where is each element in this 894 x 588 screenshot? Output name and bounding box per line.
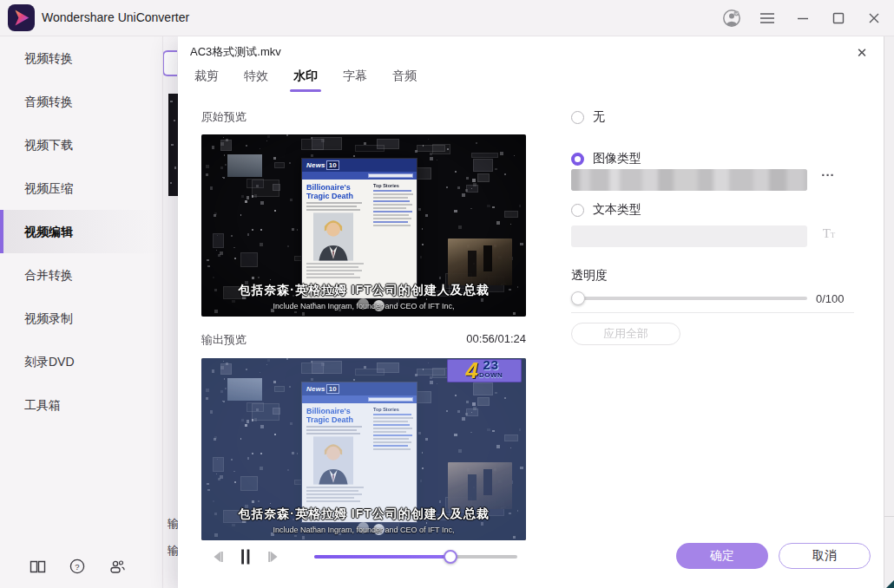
- sidebar-item[interactable]: 视频转换: [0, 36, 162, 80]
- dialog-tab[interactable]: 音频: [392, 66, 417, 92]
- radio-text[interactable]: [571, 204, 584, 217]
- sidebar-item[interactable]: 视频录制: [0, 297, 162, 340]
- original-preview-frame: News10 Billionaire's Tragic Death: [201, 134, 526, 317]
- minimize-icon[interactable]: [792, 7, 814, 29]
- help-icon[interactable]: ?: [69, 559, 85, 574]
- watermark-image-option[interactable]: 图像类型: [571, 151, 641, 167]
- guide-book-icon[interactable]: [30, 559, 46, 574]
- output-preview-label: 输出预览: [201, 332, 247, 348]
- watermark-none-option[interactable]: 无: [571, 109, 605, 125]
- dialog-tabs: 裁剪 特效 水印 字幕 音频: [194, 66, 417, 92]
- account-avatar-icon[interactable]: [720, 7, 743, 29]
- opacity-value: 0/100: [816, 292, 845, 305]
- dialog-tab[interactable]: 特效: [244, 66, 268, 92]
- progress-fill: [314, 555, 450, 559]
- radio-none[interactable]: [571, 111, 584, 124]
- output-preview-frame: News10 Billionaire's Tragic Death: [201, 358, 526, 540]
- sidebar-item[interactable]: 音频转换: [0, 80, 162, 123]
- sidebar-item[interactable]: 视频压缩: [0, 167, 162, 210]
- subtitle-en: Include Nathan Ingram, founder and CEO o…: [201, 526, 526, 534]
- app-logo-icon: [8, 4, 35, 31]
- ok-button[interactable]: 确定: [676, 543, 768, 569]
- watermark-text-option[interactable]: 文本类型: [571, 202, 641, 218]
- browse-file-button[interactable]: ...: [818, 164, 838, 185]
- title-bar: Wondershare UniConverter: [0, 0, 894, 36]
- hamburger-menu-icon[interactable]: [756, 7, 779, 29]
- dialog-tab[interactable]: 裁剪: [194, 66, 219, 92]
- resize-corner: [886, 580, 894, 588]
- playback-controls: [201, 544, 526, 570]
- sidebar-item[interactable]: 工具箱: [0, 383, 162, 427]
- opacity-slider[interactable]: [571, 291, 807, 305]
- app-title: Wondershare UniConverter: [42, 10, 189, 24]
- close-icon[interactable]: [863, 7, 885, 29]
- edit-dialog: AC3格式测试.mkv ✕ 裁剪 特效 水印 字幕 音频 原始预览 输出预览 0…: [178, 36, 884, 588]
- pause-icon[interactable]: [234, 546, 257, 568]
- opacity-handle[interactable]: [571, 291, 585, 305]
- dialog-close-icon[interactable]: ✕: [852, 43, 871, 62]
- dialog-title: AC3格式测试.mkv: [190, 44, 281, 60]
- dialog-tab[interactable]: 水印: [293, 66, 318, 92]
- maximize-icon[interactable]: [827, 7, 850, 29]
- svg-text:?: ?: [75, 562, 79, 572]
- subtitle-cn: 包括奈森·英格拉姆 IFT公司的创建人及总裁: [201, 506, 526, 522]
- sidebar-item[interactable]: 视频下载: [0, 123, 162, 167]
- account-switch-icon[interactable]: [108, 559, 126, 574]
- image-watermark-overlay: 4 23 DOWN: [447, 359, 522, 382]
- cancel-button[interactable]: 取消: [779, 543, 871, 569]
- next-frame-icon[interactable]: [262, 546, 285, 568]
- sidebar-item[interactable]: 合并转换: [0, 253, 162, 297]
- progress-handle[interactable]: [444, 550, 457, 564]
- sidebar-item[interactable]: 视频编辑: [0, 210, 162, 253]
- add-files-icon: [162, 50, 177, 76]
- apply-all-button[interactable]: 应用全部: [571, 323, 680, 345]
- subtitle-en: Include Nathan Ingram, founder and CEO o…: [201, 302, 526, 310]
- sidebar: 视频转换 音频转换 视频下载 视频压缩 视频编辑 合并转换 视频录制 刻录DVD…: [0, 36, 163, 588]
- dialog-tab[interactable]: 字幕: [343, 66, 367, 92]
- original-preview-label: 原始预览: [201, 109, 247, 125]
- radio-image[interactable]: [571, 153, 584, 166]
- image-path-input[interactable]: [571, 169, 807, 191]
- app-window: Wondershare UniConverter 视频转换 音频转换: [0, 0, 894, 588]
- sidebar-item[interactable]: 刻录DVD: [0, 340, 162, 383]
- window-edge-strip: [884, 36, 894, 588]
- previous-frame-icon[interactable]: [207, 546, 229, 568]
- playback-progress-slider[interactable]: [314, 550, 517, 564]
- timecode: 00:56/01:24: [466, 332, 526, 345]
- opacity-label: 透明度: [571, 268, 608, 284]
- blurred-file-path: [571, 169, 807, 191]
- watermark-text-input[interactable]: [571, 225, 807, 247]
- subtitle-cn: 包括奈森·英格拉姆 IFT公司的创建人及总裁: [201, 283, 526, 298]
- font-settings-icon[interactable]: TT: [819, 226, 838, 245]
